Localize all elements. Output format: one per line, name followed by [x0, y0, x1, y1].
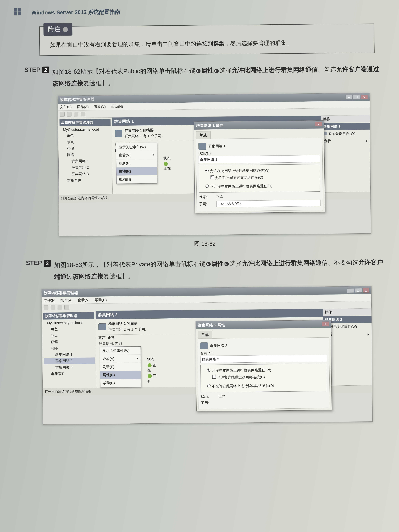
- nav-back-button[interactable]: [44, 305, 48, 310]
- arrow-icon: [224, 262, 229, 266]
- step-2: STEP 2 如图18-62所示【对着代表Public的网络单击鼠标右键属性选择…: [24, 63, 382, 89]
- menu-view[interactable]: 查看(V): [78, 298, 90, 303]
- network-adapter-icon: [198, 143, 206, 150]
- refresh-button[interactable]: [74, 112, 78, 116]
- name-field[interactable]: 群集网络 2: [200, 355, 327, 363]
- ctx-help[interactable]: 帮助(H): [100, 379, 141, 387]
- action-show-events[interactable]: 显示关键事件(W): [321, 130, 370, 137]
- dialog-close-button[interactable]: x: [315, 122, 322, 126]
- radio-allow-comm[interactable]: 允许在此网络上进行群集网络通信(W): [207, 366, 324, 374]
- network-adapter-icon: [98, 323, 106, 330]
- arrow-icon: [206, 262, 211, 266]
- tree-storage[interactable]: 存储: [44, 338, 95, 345]
- tree-cluster[interactable]: MyCluster.sayms.local: [60, 127, 111, 133]
- close-button[interactable]: x: [362, 288, 369, 292]
- help-button[interactable]: [81, 112, 85, 116]
- arrow-icon: [214, 69, 219, 73]
- ctx-show-events[interactable]: 显示关键事件(W): [116, 143, 157, 152]
- dialog-net-name: 群集网络 1: [208, 144, 226, 149]
- tree-net-1[interactable]: 群集网络 1: [44, 351, 95, 358]
- radio-disallow-comm[interactable]: 不允许在此网络上进行群集网络通信(D): [207, 382, 325, 390]
- radio-disallow-comm[interactable]: 不允许在此网络上进行群集网络通信(D): [205, 182, 318, 190]
- help-button[interactable]: [64, 305, 69, 310]
- summary-title: 群集网络 1 的摘要: [125, 127, 165, 133]
- figure-18-63: 故障转移群集管理器 – □ x 文件(F) 操作(A) 查看(V) 帮助(H) …: [42, 286, 373, 424]
- note-body: 如果在窗口中没有看到要管理的群集，请单击中间窗口中的连接到群集，然后选择要管理的…: [40, 37, 374, 50]
- arrow-icon: [196, 69, 200, 73]
- close-button[interactable]: x: [361, 95, 368, 99]
- menu-action[interactable]: 操作(A): [77, 104, 89, 109]
- menu-action[interactable]: 操作(A): [61, 298, 72, 303]
- menu-help[interactable]: 帮助(H): [95, 298, 107, 303]
- radio-allow-comm[interactable]: 允许在此网络上进行群集网络通信(W): [205, 167, 318, 175]
- figure-18-62: 故障转移群集管理器 – □ x 文件(F) 操作(A) 查看(V) 帮助(H) …: [58, 93, 371, 236]
- dialog-title: 群集网络 1 属性: [196, 123, 223, 128]
- refresh-button[interactable]: [57, 305, 62, 310]
- tree-net-3[interactable]: 群集网络 3: [60, 171, 111, 177]
- tree-net-1[interactable]: 群集网络 1: [60, 158, 111, 165]
- tree-net-3[interactable]: 群集网络 3: [44, 364, 95, 371]
- ctx-properties[interactable]: 属性(R): [100, 371, 141, 379]
- note-box: 附注 如果在窗口中没有看到要管理的群集，请单击中间窗口中的连接到群集，然后选择要…: [39, 24, 374, 56]
- summary-title: 群集网络 2 的摘要: [108, 321, 149, 327]
- minimize-button[interactable]: –: [347, 288, 354, 293]
- subnet-value: 192.168.8.0/24: [216, 200, 321, 207]
- nav-forward-button[interactable]: [67, 112, 71, 116]
- tree-networks[interactable]: 网络: [60, 151, 111, 158]
- menu-help[interactable]: 帮助(H): [111, 104, 123, 109]
- menu-view[interactable]: 查看(V): [94, 104, 106, 109]
- nav-forward-button[interactable]: [51, 305, 55, 310]
- tree-net-2[interactable]: 群集网络 2: [44, 358, 95, 364]
- tree-nodes[interactable]: 节点: [44, 332, 95, 339]
- tree-net-2[interactable]: 群集网络 2: [60, 164, 111, 171]
- menu-file[interactable]: 文件(F): [60, 105, 72, 110]
- actions-subheader: 群集网络 1: [321, 123, 370, 130]
- action-view[interactable]: 查看▸: [322, 137, 370, 145]
- tree-role[interactable]: 角色: [60, 132, 111, 139]
- window-title: 故障转移群集管理器: [44, 290, 78, 296]
- figure-caption-1: 图 18-62: [26, 239, 384, 249]
- ctx-view[interactable]: 查看(V)▸: [100, 355, 141, 363]
- tree-events[interactable]: 群集事件: [60, 177, 111, 184]
- ctx-refresh[interactable]: 刷新(F): [100, 363, 141, 371]
- tree-cluster[interactable]: MyCluster.sayms.local: [43, 320, 94, 326]
- context-menu: 显示关键事件(W) 查看(V)▸ 刷新(F) 属性(R) 帮助(H): [116, 143, 157, 184]
- context-menu: 显示关键事件(W) 查看(V)▸ 刷新(F) 属性(R) 帮助(H): [100, 346, 141, 387]
- tree-root[interactable]: 故障转移群集管理器: [43, 312, 94, 320]
- network-adapter-icon: [200, 342, 208, 349]
- book-header: Windows Server 2012 系统配置指南: [32, 9, 120, 16]
- step-3: STEP 3 如图18-63所示，【对着代表Private的网络单击鼠标右键属性…: [26, 256, 384, 283]
- maximize-button[interactable]: □: [353, 95, 360, 99]
- actions-header: 操作: [323, 309, 371, 316]
- ctx-help[interactable]: 帮助(H): [116, 175, 157, 184]
- check-allow-clients[interactable]: 允许客户端通过该网络连接(C): [212, 373, 325, 381]
- network-properties-dialog: 群集网络 1 属性 x 常规 群集网络 1 名称(N): 群集网络 1 允许在此…: [194, 120, 325, 213]
- tab-general[interactable]: 常规: [196, 131, 211, 139]
- tree-nodes[interactable]: 节点: [60, 139, 111, 145]
- ctx-refresh[interactable]: 刷新(F): [116, 159, 157, 168]
- tree-role[interactable]: 角色: [43, 326, 94, 332]
- maximize-button[interactable]: □: [355, 288, 362, 293]
- dialog-close-button[interactable]: x: [322, 322, 329, 326]
- tree-root[interactable]: 故障转移群集管理器: [59, 119, 110, 126]
- tree-networks[interactable]: 网络: [44, 345, 95, 352]
- nav-back-button[interactable]: [60, 112, 65, 116]
- dialog-title: 群集网络 2 属性: [198, 323, 225, 328]
- network-properties-dialog: 群集网络 2 属性 x 常规 群集网络 2 名称(N): 群集网络 2 允许在此…: [196, 320, 332, 412]
- dialog-net-name: 群集网络 2: [210, 343, 227, 348]
- tree-events[interactable]: 群集事件: [44, 370, 95, 377]
- summary-subtext: 群集网络 1 有 1 个子网。: [125, 133, 165, 139]
- network-adapter-icon: [114, 130, 122, 137]
- tree-storage[interactable]: 存储: [60, 145, 111, 152]
- menu-file[interactable]: 文件(F): [44, 298, 55, 303]
- minimize-button[interactable]: –: [346, 95, 352, 99]
- actions-header: 操作: [321, 115, 370, 122]
- ctx-show-events[interactable]: 显示关键事件(W): [100, 347, 141, 355]
- ctx-view[interactable]: 查看(V)▸: [116, 151, 157, 159]
- name-field[interactable]: 群集网络 1: [199, 155, 320, 163]
- ctx-properties[interactable]: 属性(R): [116, 167, 157, 176]
- note-tab: 附注: [44, 23, 72, 36]
- window-title: 故障转移群集管理器: [60, 97, 94, 102]
- check-allow-clients[interactable]: 允许客户端通过该网络连接(C): [210, 174, 318, 181]
- tab-general[interactable]: 常规: [198, 331, 212, 339]
